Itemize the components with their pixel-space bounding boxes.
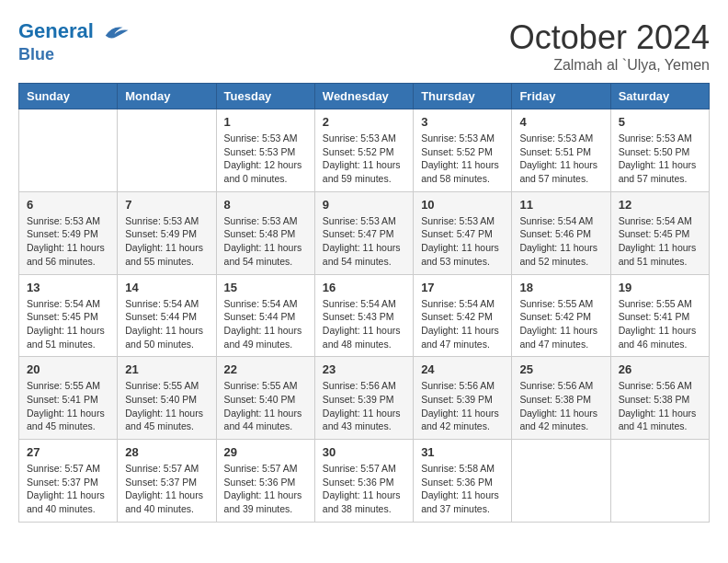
logo: General Blue	[18, 18, 130, 64]
day-number: 11	[519, 198, 602, 212]
day-number: 29	[224, 445, 307, 459]
calendar-cell: 7Sunrise: 5:53 AMSunset: 5:49 PMDaylight…	[118, 191, 216, 274]
title-block: October 2024 Zalmah al `Ulya, Yemen	[509, 18, 710, 74]
calendar-cell	[19, 109, 118, 192]
day-info: Sunrise: 5:53 AMSunset: 5:51 PMDaylight:…	[519, 132, 602, 186]
calendar-cell: 25Sunrise: 5:56 AMSunset: 5:38 PMDayligh…	[512, 357, 610, 440]
calendar-cell: 14Sunrise: 5:54 AMSunset: 5:44 PMDayligh…	[118, 274, 216, 357]
day-number: 21	[125, 362, 208, 376]
calendar-cell: 4Sunrise: 5:53 AMSunset: 5:51 PMDaylight…	[512, 109, 610, 192]
day-info: Sunrise: 5:55 AMSunset: 5:40 PMDaylight:…	[125, 379, 208, 433]
day-info: Sunrise: 5:54 AMSunset: 5:43 PMDaylight:…	[323, 297, 405, 351]
calendar-cell: 19Sunrise: 5:55 AMSunset: 5:41 PMDayligh…	[610, 274, 709, 357]
day-info: Sunrise: 5:54 AMSunset: 5:45 PMDaylight:…	[27, 297, 109, 351]
calendar-week-1: 1Sunrise: 5:53 AMSunset: 5:53 PMDaylight…	[19, 109, 710, 192]
calendar-cell: 20Sunrise: 5:55 AMSunset: 5:41 PMDayligh…	[19, 357, 118, 440]
day-number: 22	[224, 362, 307, 376]
calendar-cell: 31Sunrise: 5:58 AMSunset: 5:36 PMDayligh…	[414, 440, 512, 523]
day-info: Sunrise: 5:53 AMSunset: 5:49 PMDaylight:…	[125, 214, 208, 269]
calendar-cell: 27Sunrise: 5:57 AMSunset: 5:37 PMDayligh…	[19, 440, 118, 523]
day-info: Sunrise: 5:56 AMSunset: 5:39 PMDaylight:…	[421, 379, 504, 433]
calendar-cell: 5Sunrise: 5:53 AMSunset: 5:50 PMDaylight…	[610, 109, 709, 192]
calendar-cell: 11Sunrise: 5:54 AMSunset: 5:46 PMDayligh…	[512, 191, 610, 274]
day-number: 10	[421, 198, 504, 212]
calendar-cell: 26Sunrise: 5:56 AMSunset: 5:38 PMDayligh…	[610, 357, 709, 440]
calendar-cell: 2Sunrise: 5:53 AMSunset: 5:52 PMDaylight…	[314, 109, 413, 192]
calendar-week-3: 13Sunrise: 5:54 AMSunset: 5:45 PMDayligh…	[19, 274, 710, 357]
day-info: Sunrise: 5:53 AMSunset: 5:50 PMDaylight:…	[619, 132, 701, 186]
calendar-cell: 13Sunrise: 5:54 AMSunset: 5:45 PMDayligh…	[19, 274, 118, 357]
weekday-header-row: SundayMondayTuesdayWednesdayThursdayFrid…	[19, 84, 710, 109]
weekday-header-sunday: Sunday	[19, 84, 118, 109]
calendar-cell: 8Sunrise: 5:53 AMSunset: 5:48 PMDaylight…	[216, 191, 314, 274]
day-info: Sunrise: 5:56 AMSunset: 5:38 PMDaylight:…	[619, 379, 701, 433]
day-info: Sunrise: 5:55 AMSunset: 5:42 PMDaylight:…	[519, 297, 602, 351]
day-number: 6	[27, 198, 109, 212]
day-number: 16	[323, 281, 405, 294]
day-number: 7	[125, 198, 208, 212]
day-number: 1	[224, 115, 307, 129]
calendar-cell: 1Sunrise: 5:53 AMSunset: 5:53 PMDaylight…	[216, 109, 314, 192]
day-number: 9	[323, 198, 405, 212]
day-info: Sunrise: 5:55 AMSunset: 5:41 PMDaylight:…	[27, 379, 109, 433]
day-number: 15	[224, 281, 307, 294]
day-info: Sunrise: 5:54 AMSunset: 5:44 PMDaylight:…	[125, 297, 208, 351]
day-number: 28	[125, 445, 208, 459]
calendar-cell: 18Sunrise: 5:55 AMSunset: 5:42 PMDayligh…	[512, 274, 610, 357]
day-number: 18	[519, 281, 602, 294]
calendar-cell: 12Sunrise: 5:54 AMSunset: 5:45 PMDayligh…	[610, 191, 709, 274]
day-number: 25	[519, 362, 602, 376]
day-info: Sunrise: 5:55 AMSunset: 5:40 PMDaylight:…	[224, 379, 307, 433]
calendar-cell: 6Sunrise: 5:53 AMSunset: 5:49 PMDaylight…	[19, 191, 118, 274]
day-info: Sunrise: 5:53 AMSunset: 5:48 PMDaylight:…	[224, 214, 307, 269]
day-number: 2	[323, 115, 405, 129]
day-number: 27	[27, 445, 109, 459]
day-info: Sunrise: 5:53 AMSunset: 5:47 PMDaylight:…	[421, 214, 504, 269]
day-info: Sunrise: 5:53 AMSunset: 5:52 PMDaylight:…	[421, 132, 504, 186]
calendar-cell: 15Sunrise: 5:54 AMSunset: 5:44 PMDayligh…	[216, 274, 314, 357]
day-info: Sunrise: 5:54 AMSunset: 5:46 PMDaylight:…	[519, 214, 602, 269]
weekday-header-wednesday: Wednesday	[314, 84, 413, 109]
calendar-cell: 23Sunrise: 5:56 AMSunset: 5:39 PMDayligh…	[314, 357, 413, 440]
day-info: Sunrise: 5:56 AMSunset: 5:38 PMDaylight:…	[519, 379, 602, 433]
day-number: 19	[619, 281, 701, 294]
weekday-header-monday: Monday	[118, 84, 216, 109]
day-info: Sunrise: 5:53 AMSunset: 5:52 PMDaylight:…	[323, 132, 405, 186]
day-info: Sunrise: 5:54 AMSunset: 5:45 PMDaylight:…	[619, 214, 701, 269]
weekday-header-tuesday: Tuesday	[216, 84, 314, 109]
day-info: Sunrise: 5:56 AMSunset: 5:39 PMDaylight:…	[323, 379, 405, 433]
calendar-cell: 29Sunrise: 5:57 AMSunset: 5:36 PMDayligh…	[216, 440, 314, 523]
day-number: 8	[224, 198, 307, 212]
calendar-table: SundayMondayTuesdayWednesdayThursdayFrid…	[18, 83, 710, 523]
weekday-header-saturday: Saturday	[610, 84, 709, 109]
month-title: October 2024	[509, 18, 710, 57]
day-info: Sunrise: 5:55 AMSunset: 5:41 PMDaylight:…	[619, 297, 701, 351]
weekday-header-friday: Friday	[512, 84, 610, 109]
day-info: Sunrise: 5:54 AMSunset: 5:44 PMDaylight:…	[224, 297, 307, 351]
day-info: Sunrise: 5:53 AMSunset: 5:49 PMDaylight:…	[27, 214, 109, 269]
day-info: Sunrise: 5:57 AMSunset: 5:37 PMDaylight:…	[125, 462, 208, 516]
day-number: 24	[421, 362, 504, 376]
page-header: General Blue October 2024 Zalmah al `Uly…	[18, 18, 710, 74]
day-number: 31	[421, 445, 504, 459]
calendar-cell	[610, 440, 709, 523]
day-info: Sunrise: 5:57 AMSunset: 5:36 PMDaylight:…	[323, 462, 405, 516]
calendar-cell: 22Sunrise: 5:55 AMSunset: 5:40 PMDayligh…	[216, 357, 314, 440]
location: Zalmah al `Ulya, Yemen	[509, 57, 710, 74]
day-number: 4	[519, 115, 602, 129]
calendar-cell: 28Sunrise: 5:57 AMSunset: 5:37 PMDayligh…	[118, 440, 216, 523]
weekday-header-thursday: Thursday	[414, 84, 512, 109]
day-info: Sunrise: 5:57 AMSunset: 5:36 PMDaylight:…	[224, 462, 307, 516]
day-number: 3	[421, 115, 504, 129]
calendar-cell	[512, 440, 610, 523]
calendar-week-4: 20Sunrise: 5:55 AMSunset: 5:41 PMDayligh…	[19, 357, 710, 440]
calendar-cell	[118, 109, 216, 192]
calendar-cell: 10Sunrise: 5:53 AMSunset: 5:47 PMDayligh…	[414, 191, 512, 274]
calendar-cell: 3Sunrise: 5:53 AMSunset: 5:52 PMDaylight…	[414, 109, 512, 192]
day-number: 5	[619, 115, 701, 129]
calendar-cell: 24Sunrise: 5:56 AMSunset: 5:39 PMDayligh…	[414, 357, 512, 440]
calendar-week-5: 27Sunrise: 5:57 AMSunset: 5:37 PMDayligh…	[19, 440, 710, 523]
day-info: Sunrise: 5:53 AMSunset: 5:53 PMDaylight:…	[224, 132, 307, 186]
day-number: 12	[619, 198, 701, 212]
calendar-cell: 9Sunrise: 5:53 AMSunset: 5:47 PMDaylight…	[314, 191, 413, 274]
